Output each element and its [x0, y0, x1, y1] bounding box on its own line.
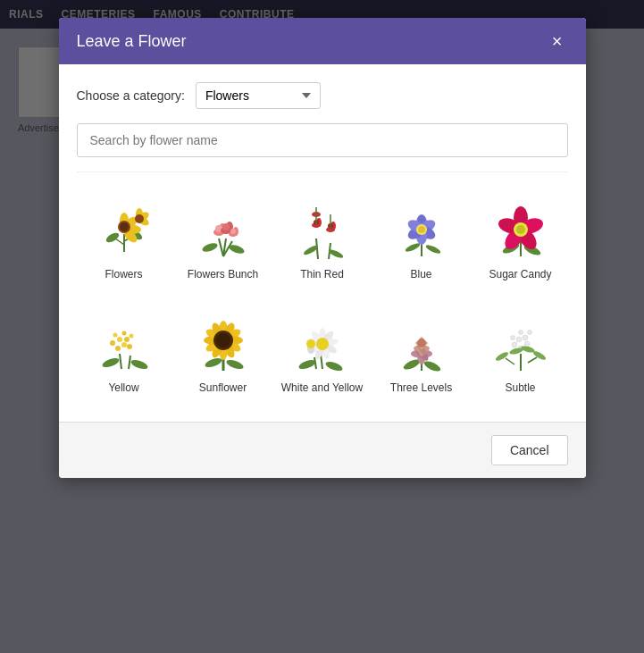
- svg-point-28: [230, 229, 236, 234]
- svg-point-65: [101, 356, 121, 369]
- svg-point-69: [110, 340, 115, 346]
- modal-title: Leave a Flower: [77, 32, 187, 51]
- flower-item-subtle[interactable]: Subtle: [473, 300, 568, 405]
- svg-point-72: [124, 337, 130, 342]
- flower-label-sugar-candy: Sugar Candy: [489, 268, 551, 282]
- flower-label-thin-red: Thin Red: [300, 268, 344, 282]
- svg-line-1: [115, 239, 124, 245]
- svg-point-24: [201, 241, 219, 254]
- svg-point-127: [512, 342, 517, 347]
- svg-point-128: [524, 341, 530, 347]
- svg-line-123: [528, 357, 537, 363]
- modal-header: Leave a Flower ×: [59, 18, 586, 64]
- category-label: Choose a category:: [77, 88, 185, 103]
- svg-point-92: [216, 333, 230, 347]
- svg-point-62: [516, 225, 525, 234]
- svg-point-14: [135, 214, 144, 223]
- category-row: Choose a category: Flowers Plants Wreath…: [77, 82, 568, 109]
- svg-point-108: [306, 339, 315, 348]
- category-select[interactable]: Flowers Plants Wreaths: [196, 82, 321, 109]
- flower-label-sunflower: Sunflower: [199, 381, 247, 396]
- svg-point-120: [417, 339, 426, 347]
- svg-point-106: [316, 338, 329, 350]
- flower-icon-three-levels: [388, 309, 455, 376]
- flower-item-blue[interactable]: Blue: [374, 187, 469, 291]
- svg-point-66: [130, 358, 149, 371]
- flower-label-yellow: Yellow: [108, 381, 138, 396]
- flower-item-flowers[interactable]: Flowers: [77, 187, 171, 291]
- svg-point-132: [527, 331, 531, 335]
- flower-item-three-levels[interactable]: Three Levels: [374, 300, 469, 405]
- flower-icon-blue: [388, 196, 455, 263]
- svg-point-74: [121, 331, 126, 336]
- svg-point-130: [523, 335, 528, 340]
- svg-point-77: [204, 356, 223, 369]
- flower-label-bunch: Flowers Bunch: [188, 268, 258, 282]
- flower-item-thin-red[interactable]: Thin Red: [275, 187, 370, 291]
- svg-point-96: [324, 360, 344, 373]
- flower-icon-white-yellow: [289, 309, 355, 376]
- flower-icon-sugar-candy: [487, 196, 554, 263]
- modal-footer: Cancel: [59, 422, 586, 478]
- flower-label-three-levels: Three Levels: [390, 381, 452, 396]
- svg-point-43: [404, 241, 421, 253]
- flower-item-sugar-candy[interactable]: Sugar Candy: [473, 187, 568, 291]
- flower-icon-subtle: [487, 309, 554, 376]
- svg-point-23: [222, 223, 230, 230]
- svg-point-111: [422, 359, 442, 373]
- flower-icon-thin-red: [289, 196, 355, 263]
- flower-label-subtle: Subtle: [505, 381, 535, 396]
- svg-point-73: [113, 333, 117, 338]
- flower-item-white-yellow[interactable]: White and Yellow: [275, 300, 370, 405]
- flower-icon-sunflower: [189, 309, 256, 376]
- svg-line-63: [120, 354, 121, 369]
- svg-point-10: [120, 222, 129, 231]
- svg-point-133: [518, 331, 523, 335]
- modal-close-button[interactable]: ×: [547, 30, 568, 52]
- flower-label-blue: Blue: [410, 268, 431, 282]
- svg-point-44: [424, 243, 441, 255]
- svg-line-122: [506, 358, 514, 364]
- svg-point-131: [510, 336, 514, 340]
- svg-point-67: [115, 346, 121, 351]
- svg-point-3: [105, 230, 121, 244]
- svg-point-124: [494, 350, 509, 362]
- svg-point-52: [418, 226, 425, 233]
- leave-flower-modal: Leave a Flower × Choose a category: Flow…: [59, 18, 586, 478]
- svg-point-78: [225, 358, 245, 371]
- flower-item-yellow[interactable]: Yellow: [77, 300, 171, 405]
- cancel-button[interactable]: Cancel: [491, 435, 568, 465]
- svg-point-70: [127, 344, 132, 349]
- svg-point-71: [117, 337, 122, 342]
- svg-line-64: [129, 356, 130, 369]
- svg-point-68: [121, 342, 127, 347]
- svg-point-129: [516, 337, 522, 342]
- svg-point-75: [129, 334, 133, 339]
- flower-label-flowers: Flowers: [105, 268, 142, 282]
- flower-icon-yellow: [90, 309, 157, 376]
- divider: [77, 172, 568, 172]
- flower-icon-bunch: [189, 196, 256, 263]
- svg-line-15: [219, 239, 223, 256]
- flower-search-input[interactable]: [77, 123, 568, 157]
- modal-body: Choose a category: Flowers Plants Wreath…: [59, 64, 586, 422]
- flower-label-white-yellow: White and Yellow: [281, 381, 363, 396]
- flower-icon-flowers: [90, 196, 157, 263]
- flower-grid: Flowers: [77, 187, 568, 404]
- flower-item-sunflower[interactable]: Sunflower: [176, 300, 271, 405]
- flower-item-bunch[interactable]: Flowers Bunch: [176, 187, 271, 291]
